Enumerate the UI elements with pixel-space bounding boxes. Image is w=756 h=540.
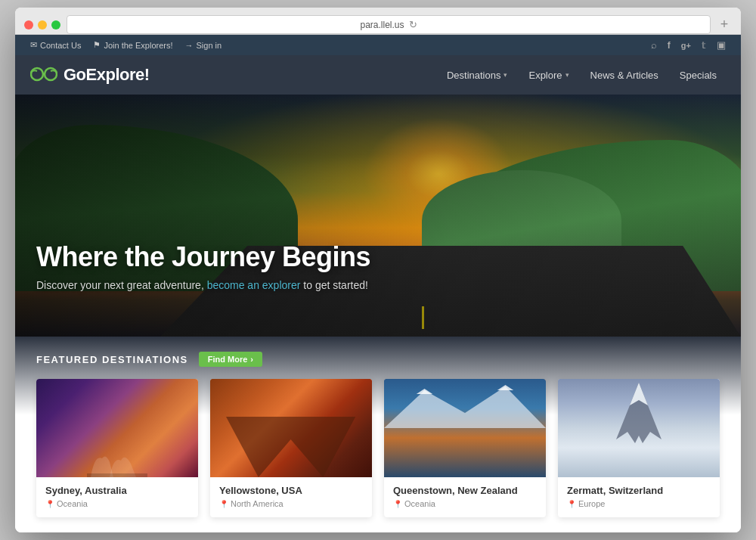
facebook-icon[interactable]: f (668, 40, 671, 51)
nav-links: Destinations ▾ Explore ▾ News & Articles… (438, 65, 726, 85)
dest-card-queenstown[interactable]: Queenstown, New Zealand 📍 Oceania (384, 379, 546, 517)
sydney-region-text: Oceania (57, 499, 88, 508)
sydney-image (36, 379, 198, 477)
sign-in-link[interactable]: → Sign in (185, 41, 222, 50)
queenstown-name: Queenstown, New Zealand (393, 485, 537, 496)
contact-us-link[interactable]: ✉ Contact Us (30, 40, 81, 50)
utility-left: ✉ Contact Us ⚑ Join the Explorers! → Sig… (30, 40, 222, 50)
hero-subtitle-after: to get started! (303, 279, 368, 291)
nav-news[interactable]: News & Articles (581, 65, 668, 85)
maximize-button[interactable] (51, 20, 60, 29)
yellowstone-region-text: North America (231, 499, 284, 508)
browser-chrome: para.llel.us ↻ + (15, 8, 741, 35)
browser-window: para.llel.us ↻ + ✉ Contact Us ⚑ Join the… (15, 8, 741, 532)
zermatt-name: Zermatt, Switzerland (567, 485, 711, 496)
queenstown-mountains (384, 383, 546, 428)
traffic-lights (24, 20, 60, 29)
utility-bar: ✉ Contact Us ⚑ Join the Explorers! → Sig… (15, 35, 741, 55)
nav-specials[interactable]: Specials (671, 65, 726, 85)
featured-title: FEATURED DESTINATIONS (36, 354, 188, 365)
hero-title: Where the Journey Begins (36, 241, 370, 273)
nav-destinations[interactable]: Destinations ▾ (438, 65, 517, 85)
sydney-name: Sydney, Australia (45, 485, 189, 496)
googleplus-icon[interactable]: g+ (681, 41, 691, 50)
mail-icon: ✉ (30, 40, 37, 50)
website-content: ✉ Contact Us ⚑ Join the Explorers! → Sig… (15, 35, 741, 532)
sydney-region: 📍 Oceania (45, 499, 189, 508)
logo[interactable]: GoExplore! (30, 64, 150, 87)
destinations-grid: Sydney, Australia 📍 Oceania (36, 379, 720, 532)
hero-subtitle-before: Discover your next great adventure, (36, 279, 204, 291)
logo-text: GoExplore! (64, 65, 150, 85)
svg-point-1 (45, 68, 57, 80)
find-more-label: Find More (208, 355, 248, 364)
yellowstone-name: Yellowstone, USA (219, 485, 363, 496)
address-bar[interactable]: para.llel.us ↻ (67, 15, 711, 34)
dest-card-yellowstone[interactable]: Yellowstone, USA 📍 North America (210, 379, 372, 517)
sydney-silhouette (87, 447, 147, 477)
instagram-icon[interactable]: ▣ (717, 39, 726, 51)
refresh-icon[interactable]: ↻ (409, 19, 417, 30)
sydney-pin-icon: 📍 (45, 500, 54, 508)
zermatt-info: Zermatt, Switzerland 📍 Europe (558, 477, 720, 517)
queenstown-image (384, 379, 546, 477)
find-more-button[interactable]: Find More › (199, 352, 262, 367)
zermatt-pin-icon: 📍 (567, 500, 576, 508)
hero-content: Where the Journey Begins Discover your n… (36, 241, 370, 291)
matterhorn (601, 379, 677, 455)
yellowstone-pin-icon: 📍 (219, 500, 228, 508)
close-button[interactable] (24, 20, 33, 29)
join-label: Join the Explorers! (104, 41, 172, 50)
find-more-arrow: › (250, 355, 253, 364)
become-explorer-link[interactable]: become an explorer (207, 279, 301, 291)
queenstown-region-text: Oceania (404, 499, 435, 508)
sydney-info: Sydney, Australia 📍 Oceania (36, 477, 198, 517)
yellowstone-image (210, 379, 372, 477)
minimize-button[interactable] (38, 20, 47, 29)
main-nav: GoExplore! Destinations ▾ Explore ▾ News… (15, 55, 741, 95)
zermatt-region-text: Europe (578, 499, 605, 508)
logo-icon (30, 64, 57, 87)
signin-label: Sign in (197, 41, 222, 50)
hero-section: Where the Journey Begins Discover your n… (15, 95, 741, 337)
flag-icon: ⚑ (93, 40, 101, 50)
search-icon[interactable]: ⌕ (651, 39, 657, 51)
dest-card-sydney[interactable]: Sydney, Australia 📍 Oceania (36, 379, 198, 517)
svg-rect-2 (87, 473, 147, 477)
signin-icon: → (185, 41, 194, 50)
queenstown-info: Queenstown, New Zealand 📍 Oceania (384, 477, 546, 517)
join-explorers-link[interactable]: ⚑ Join the Explorers! (93, 40, 172, 50)
twitter-icon[interactable]: 𝕥 (702, 40, 706, 51)
utility-right: ⌕ f g+ 𝕥 ▣ (651, 39, 726, 51)
nav-explore[interactable]: Explore ▾ (519, 65, 578, 85)
specials-label: Specials (680, 70, 717, 81)
queenstown-region: 📍 Oceania (393, 499, 537, 508)
featured-header: FEATURED DESTINATIONS Find More › (36, 352, 720, 367)
zermatt-region: 📍 Europe (567, 499, 711, 508)
dest-card-zermatt[interactable]: Zermatt, Switzerland 📍 Europe (558, 379, 720, 517)
queenstown-pin-icon: 📍 (393, 500, 402, 508)
yellowstone-info: Yellowstone, USA 📍 North America (210, 477, 372, 517)
explore-arrow: ▾ (565, 71, 569, 79)
featured-section: FEATURED DESTINATIONS Find More › (15, 337, 741, 532)
destinations-arrow: ▾ (503, 71, 507, 79)
url-text: para.llel.us (360, 20, 404, 30)
canyon-shape (226, 417, 355, 477)
new-tab-button[interactable]: + (717, 17, 732, 33)
explore-label: Explore (528, 70, 562, 81)
destinations-label: Destinations (447, 70, 501, 81)
hero-overlay (15, 95, 741, 337)
news-label: News & Articles (590, 70, 658, 81)
zermatt-image (558, 379, 720, 477)
hero-subtitle: Discover your next great adventure, beco… (36, 279, 370, 291)
yellowstone-region: 📍 North America (219, 499, 363, 508)
svg-point-0 (31, 68, 43, 80)
contact-label: Contact Us (40, 41, 81, 50)
